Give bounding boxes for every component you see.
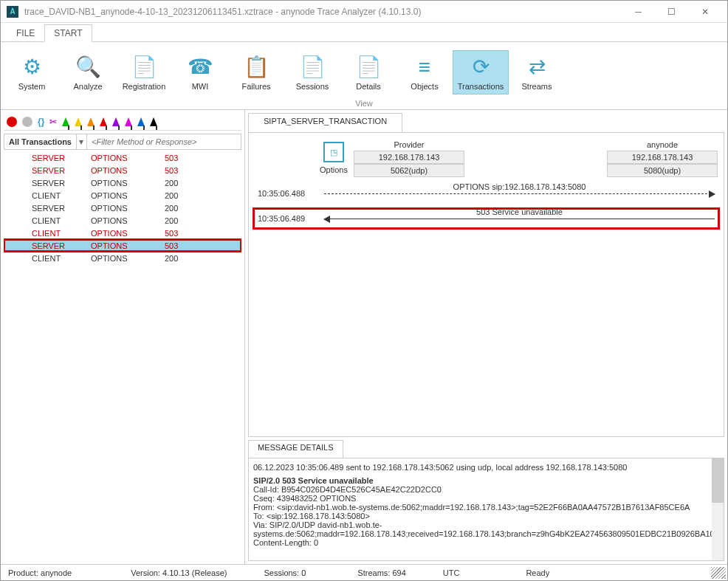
ribbon-system[interactable]: ⚙System xyxy=(4,50,60,94)
details-icon: 📄 xyxy=(341,54,396,80)
ribbon-label: Registration xyxy=(117,82,171,91)
details-header: 06.12.2023 10:35:06.489 sent to 192.168.… xyxy=(253,463,719,472)
flag-red-icon[interactable] xyxy=(100,117,107,126)
sessions-icon: 📄 xyxy=(285,54,340,80)
options-endpoint: ◳ Options xyxy=(314,142,354,174)
objects-icon: ≡ xyxy=(397,54,452,80)
message-text: 503 Service unavailable xyxy=(324,207,715,216)
filter-input[interactable] xyxy=(87,134,241,149)
details-line: Via: SIP/2.0/UDP david-nb1.wob.te-system… xyxy=(253,520,719,538)
transaction-row[interactable]: CLIENTOPTIONS200 xyxy=(4,252,241,264)
details-tabs: MESSAGE DETAILS xyxy=(248,440,724,458)
menu-file[interactable]: FILE xyxy=(7,24,44,42)
status-product: Product: anynode xyxy=(1,568,79,577)
details-line: From: <sip:david-nb1.wob.te-systems.de:5… xyxy=(253,503,719,512)
status-ready: Ready xyxy=(518,568,557,577)
ribbon-registration[interactable]: 📄Registration xyxy=(116,50,172,94)
transaction-row[interactable]: SERVEROPTIONS503 xyxy=(4,239,241,252)
braces-icon[interactable]: {} xyxy=(38,117,44,127)
ribbon-label: Failures xyxy=(229,82,284,91)
flag-pink-icon[interactable] xyxy=(125,117,132,126)
window-controls: ─ ☐ ✕ xyxy=(622,1,721,22)
system-icon: ⚙ xyxy=(4,54,59,80)
transaction-row[interactable]: SERVEROPTIONS200 xyxy=(4,176,241,189)
provider-ip: 192.168.178.143 xyxy=(354,151,464,164)
status-sessions: Sessions: 0 xyxy=(256,568,313,577)
ribbon-label: Analyze xyxy=(61,82,115,91)
ribbon-analyze[interactable]: 🔍Analyze xyxy=(60,50,116,94)
provider-name: Provider xyxy=(354,139,464,151)
close-button[interactable]: ✕ xyxy=(688,1,721,22)
ribbon-mwi[interactable]: ☎MWI xyxy=(172,50,228,94)
status-streams: Streams: 694 xyxy=(350,568,413,577)
transaction-row[interactable]: SERVEROPTIONS503 xyxy=(4,164,241,176)
workspace: {} ✂ All Transactions ▾ SERVEROPTIONS503… xyxy=(1,110,727,564)
transactions-panel: {} ✂ All Transactions ▾ SERVEROPTIONS503… xyxy=(1,110,245,564)
transaction-row[interactable]: CLIENTOPTIONS200 xyxy=(4,189,241,202)
sequence-diagram[interactable]: ◳ Options Provider 192.168.178.143 5062(… xyxy=(248,132,724,437)
statusbar: Product: anynode Version: 4.10.13 (Relea… xyxy=(1,564,727,580)
transaction-row[interactable]: CLIENTOPTIONS200 xyxy=(4,214,241,227)
ribbon-objects[interactable]: ≡Objects xyxy=(396,50,453,94)
message-details-tab[interactable]: MESSAGE DETAILS xyxy=(248,440,343,458)
titlebar: A trace_DAVID-NB1_anynode-4-10-13_202312… xyxy=(1,1,727,23)
ribbon-label: Details xyxy=(341,82,396,91)
message-row[interactable]: 10:35:06.489503 Service unavailable xyxy=(255,210,718,227)
message-details[interactable]: 06.12.2023 10:35:06.489 sent to 192.168.… xyxy=(248,458,724,561)
failures-icon: 📋 xyxy=(229,54,284,80)
anynode-port: 5080(udp) xyxy=(607,164,718,177)
ribbon-details[interactable]: 📄Details xyxy=(340,50,396,94)
flag-orange-icon[interactable] xyxy=(87,117,95,126)
mwi-icon: ☎ xyxy=(173,54,227,80)
error-filter-icon[interactable] xyxy=(7,117,17,127)
ribbon-label: Transactions xyxy=(453,82,508,91)
transaction-row[interactable]: SERVEROPTIONS200 xyxy=(4,202,241,214)
minimize-button[interactable]: ─ xyxy=(622,1,655,22)
transaction-list[interactable]: SERVEROPTIONS503SERVEROPTIONS503SERVEROP… xyxy=(4,151,241,561)
menubar: FILE START xyxy=(1,23,727,42)
ribbon-label: Streams xyxy=(509,82,564,91)
provider-port: 5062(udp) xyxy=(354,164,464,177)
details-line: Cseq: 439483252 OPTIONS xyxy=(253,494,719,503)
registration-icon: 📄 xyxy=(117,54,171,80)
ribbon-label: Objects xyxy=(397,82,452,91)
app-icon: A xyxy=(7,6,18,18)
transaction-row[interactable]: CLIENTOPTIONS503 xyxy=(4,227,241,239)
details-line: To: <sip:192.168.178.143:5080> xyxy=(253,512,719,520)
anynode-name: anynode xyxy=(607,139,718,151)
ribbon-label: Sessions xyxy=(285,82,340,91)
window-title: trace_DAVID-NB1_anynode-4-10-13_20231206… xyxy=(24,7,622,17)
ribbon-label: MWI xyxy=(173,82,227,91)
diagram-tab[interactable]: SIPTA_SERVER_TRANSACTION xyxy=(248,113,402,132)
cut-icon[interactable]: ✂ xyxy=(49,117,57,127)
flag-green-icon[interactable] xyxy=(62,117,69,126)
analyze-icon: 🔍 xyxy=(61,54,115,80)
transaction-row[interactable]: SERVEROPTIONS503 xyxy=(4,151,241,164)
resize-grip[interactable] xyxy=(711,567,726,579)
ribbon-streams[interactable]: ⇄Streams xyxy=(509,50,565,94)
filter-scope-label[interactable]: All Transactions xyxy=(4,134,77,149)
status-tz: UTC xyxy=(436,568,467,577)
flag-blue-icon[interactable] xyxy=(137,117,145,126)
filter-dropdown-icon[interactable]: ▾ xyxy=(77,134,87,149)
filter-icon-strip: {} ✂ xyxy=(4,113,241,131)
options-icon: ◳ xyxy=(323,142,344,162)
details-scrollbar[interactable] xyxy=(712,458,724,560)
flag-black-icon[interactable] xyxy=(150,117,157,126)
ribbon-group-label: View xyxy=(1,99,727,109)
details-line: Call-Id: B954C026D4D4EC526C45AE42C22D2CC… xyxy=(253,485,719,494)
ribbon-failures[interactable]: 📋Failures xyxy=(228,50,284,94)
menu-start[interactable]: START xyxy=(44,24,92,42)
details-line: SIP/2.0 503 Service unavailable xyxy=(253,476,719,485)
ribbon-sessions[interactable]: 📄Sessions xyxy=(284,50,340,94)
ribbon-transactions[interactable]: ⟳Transactions xyxy=(453,50,509,94)
info-filter-icon[interactable] xyxy=(22,117,32,127)
anynode-ip: 192.168.178.143 xyxy=(607,151,718,164)
message-text: OPTIONS sip:192.168.178.143:5080 xyxy=(324,182,715,191)
maximize-button[interactable]: ☐ xyxy=(655,1,688,22)
flag-yellow-icon[interactable] xyxy=(75,117,82,126)
message-row[interactable]: 10:35:06.488OPTIONS sip:192.168.178.143:… xyxy=(255,185,718,202)
ribbon-label: System xyxy=(4,82,59,91)
transactions-icon: ⟳ xyxy=(453,54,508,80)
flag-purple-icon[interactable] xyxy=(112,117,120,126)
